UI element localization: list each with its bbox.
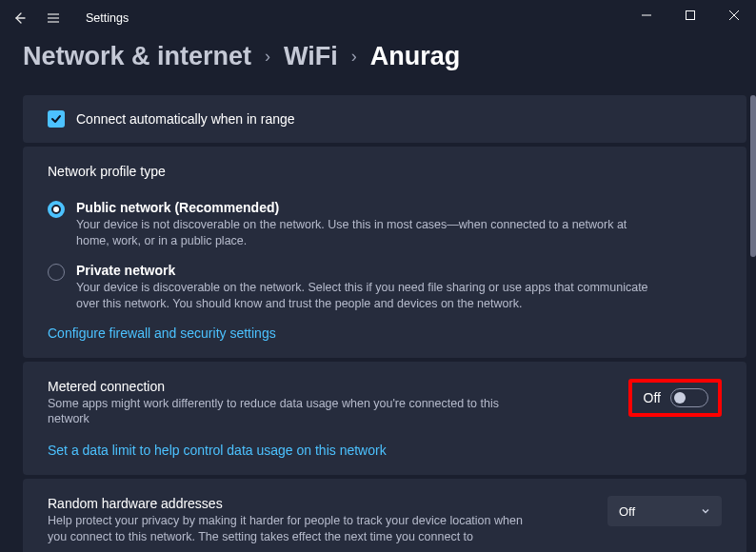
maximize-button[interactable] xyxy=(668,0,712,30)
menu-icon[interactable] xyxy=(40,5,67,31)
connect-auto-card: Connect automatically when in range xyxy=(23,95,746,143)
breadcrumb-mid[interactable]: WiFi xyxy=(284,42,338,71)
chevron-right-icon: › xyxy=(351,47,357,67)
random-mac-title: Random hardware addresses xyxy=(48,496,543,511)
random-mac-select-value: Off xyxy=(619,504,635,519)
close-button[interactable] xyxy=(712,0,756,30)
private-title: Private network xyxy=(76,263,657,278)
radio-unselected-icon[interactable] xyxy=(48,264,65,281)
public-title: Public network (Recommended) xyxy=(76,200,657,215)
metered-toggle-highlight: Off xyxy=(628,379,722,417)
profile-heading: Network profile type xyxy=(48,164,722,179)
connect-auto-checkbox[interactable] xyxy=(48,110,65,128)
data-limit-link[interactable]: Set a data limit to help control data us… xyxy=(48,443,722,458)
back-button[interactable] xyxy=(6,5,32,31)
metered-connection-card: Metered connection Some apps might work … xyxy=(23,362,746,476)
toggle-knob-icon xyxy=(674,392,686,404)
metered-toggle[interactable] xyxy=(670,388,708,407)
scrollbar[interactable] xyxy=(750,95,756,257)
random-mac-desc: Help protect your privacy by making it h… xyxy=(48,513,543,545)
chevron-down-icon xyxy=(701,504,710,519)
metered-title: Metered connection xyxy=(48,379,543,394)
radio-selected-icon[interactable] xyxy=(48,201,65,218)
private-network-option[interactable]: Private network Your device is discovera… xyxy=(48,263,722,312)
public-network-option[interactable]: Public network (Recommended) Your device… xyxy=(48,200,722,249)
firewall-link[interactable]: Configure firewall and security settings xyxy=(48,325,722,341)
network-profile-card: Network profile type Public network (Rec… xyxy=(23,147,746,358)
chevron-right-icon: › xyxy=(265,47,270,67)
breadcrumb-current: Anurag xyxy=(370,42,461,71)
random-mac-card: Random hardware addresses Help protect y… xyxy=(23,479,746,552)
private-desc: Your device is discoverable on the netwo… xyxy=(76,280,657,312)
connect-auto-label: Connect automatically when in range xyxy=(76,111,295,127)
window-title: Settings xyxy=(86,11,129,25)
svg-rect-5 xyxy=(686,11,695,20)
metered-desc: Some apps might work differently to redu… xyxy=(48,396,543,428)
random-mac-select[interactable]: Off xyxy=(607,496,722,526)
metered-toggle-label: Off xyxy=(644,390,661,405)
breadcrumb-root[interactable]: Network & internet xyxy=(23,42,251,71)
breadcrumb: Network & internet › WiFi › Anurag xyxy=(0,36,756,89)
public-desc: Your device is not discoverable on the n… xyxy=(76,217,657,249)
titlebar: Settings xyxy=(0,0,756,36)
minimize-button[interactable] xyxy=(625,0,668,30)
content-area: Connect automatically when in range Netw… xyxy=(23,95,746,552)
